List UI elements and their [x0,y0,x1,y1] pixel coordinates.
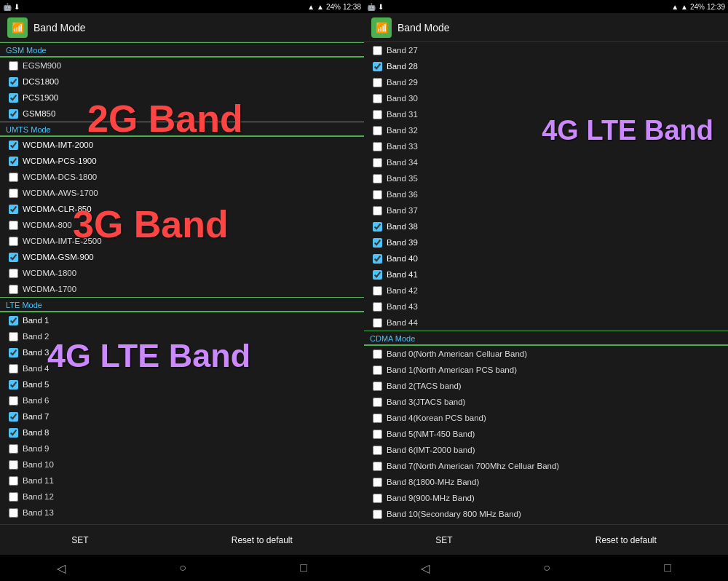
checkbox-r-band44[interactable] [373,318,382,328]
checkbox-wcdma-clr850[interactable] [9,205,18,214]
home-button-left[interactable]: ○ [165,558,201,577]
band-label: Band 43 [387,302,418,311]
checkbox-r-band31[interactable] [373,110,382,119]
checkbox-r-band28[interactable] [373,62,382,71]
band-label: Band 30 [387,94,418,103]
checkbox-wcdma-800[interactable] [9,221,18,230]
checkbox-r-band38[interactable] [373,222,382,232]
set-button-right[interactable]: SET [421,531,467,550]
checkbox-cdma-3[interactable] [373,398,382,407]
band-label: WCDMA-800 [23,221,72,229]
checkbox-wcdma-gsm900[interactable] [9,253,18,262]
list-item: Band 3 [0,344,364,360]
checkbox-wcdma-dcs1800[interactable] [9,173,18,182]
checkbox-cdma-8[interactable] [373,478,382,487]
list-item: Band 5(NMT-450 Band) [364,426,728,442]
checkbox-r-band36[interactable] [373,190,382,199]
checkbox-cdma-7[interactable] [373,462,382,471]
checkbox-r-band33[interactable] [373,142,382,151]
checkbox-band14[interactable] [9,524,18,525]
checkbox-gsm850[interactable] [9,109,18,119]
list-item: Band 3(JTACS band) [364,394,728,410]
checkbox-r-band43[interactable] [373,302,382,312]
band-label: DCS1800 [23,77,59,86]
checkbox-r-band39[interactable] [373,238,382,248]
checkbox-pcs1900[interactable] [9,93,18,103]
checkbox-band4[interactable] [9,364,18,374]
list-item: Band 41 [364,266,728,282]
checkbox-cdma-2[interactable] [373,382,382,391]
list-item: Band 42 [364,282,728,299]
checkbox-r-band37[interactable] [373,206,382,216]
band-label: Band 35 [387,174,418,183]
list-item: WCDMA-IMT-2000 [0,137,364,153]
band-label: WCDMA-IMT-E-2500 [23,237,102,245]
band-label: Band 29 [387,78,418,87]
checkbox-band13[interactable] [9,508,18,518]
nav-bar-right: ◁ ○ □ [364,555,728,581]
checkbox-band7[interactable] [9,412,18,422]
checkbox-cdma-5[interactable] [373,430,382,439]
recents-button-left[interactable]: □ [285,558,322,577]
band-label: Band 6 [23,396,49,405]
checkbox-cdma-9[interactable] [373,494,382,503]
checkbox-wcdma-aws1700[interactable] [9,189,18,198]
band-label: Band 7 [23,412,49,421]
list-item: Band 30 [364,90,728,106]
checkbox-r-band42[interactable] [373,286,382,296]
checkbox-band9[interactable] [9,444,18,454]
checkbox-r-band35[interactable] [373,174,382,183]
checkbox-cdma-10[interactable] [373,510,382,519]
checkbox-band11[interactable] [9,476,18,486]
status-bar-left: 🤖 ⬇ ▲ ▲ 24% 12:38 [0,0,364,13]
set-button-left[interactable]: SET [57,531,103,550]
band-label: Band 10(Secondary 800 MHz Band) [387,510,521,518]
checkbox-r-band27[interactable] [373,46,382,55]
band-label: Band 5 [23,380,49,389]
back-button-left[interactable]: ◁ [42,558,80,578]
reset-button-right[interactable]: Reset to default [581,531,671,550]
band-label: PCS1900 [23,93,58,102]
checkbox-wcdma-imt2000[interactable] [9,141,18,150]
checkbox-r-band32[interactable] [373,126,382,135]
recents-button-right[interactable]: □ [649,558,686,577]
list-item: Band 28 [364,58,728,74]
back-button-right[interactable]: ◁ [406,558,444,578]
checkbox-r-band41[interactable] [373,270,382,280]
checkbox-band10[interactable] [9,460,18,470]
checkbox-band8[interactable] [9,428,18,438]
checkbox-wcdma-1700[interactable] [9,285,18,294]
checkbox-band2[interactable] [9,332,18,341]
checkbox-egsm900[interactable] [9,61,18,71]
checkbox-band12[interactable] [9,492,18,502]
section-lte: LTE Mode [0,297,364,311]
scroll-right[interactable]: Band 27 Band 28 Band 29 Band 30 Band 31 [364,42,728,524]
band-label: Band 4 [23,364,49,373]
android-icon-r: 🤖 [367,3,376,11]
checkbox-r-band34[interactable] [373,158,382,167]
checkbox-band5[interactable] [9,380,18,390]
checkbox-cdma-0[interactable] [373,349,382,359]
checkbox-wcdma-pcs1900[interactable] [9,157,18,166]
checkbox-cdma-6[interactable] [373,446,382,455]
reset-button-left[interactable]: Reset to default [217,531,307,550]
band-label: Band 39 [387,238,418,247]
band-label: Band 36 [387,190,418,199]
scroll-left[interactable]: GSM Mode EGSM900 DCS1800 PCS1900 GSM850 [0,42,364,524]
checkbox-r-band40[interactable] [373,254,382,264]
checkbox-dcs1800[interactable] [9,77,18,87]
status-right: ▲ ▲ 24% 12:38 [307,3,361,11]
checkbox-wcdma-1800[interactable] [9,269,18,278]
list-item: Band 13 [0,505,364,521]
checkbox-r-band29[interactable] [373,78,382,87]
checkbox-wcdma-imte2500[interactable] [9,237,18,246]
checkbox-band1[interactable] [9,316,18,325]
checkbox-band6[interactable] [9,396,18,406]
checkbox-band3[interactable] [9,348,18,357]
checkbox-r-band30[interactable] [373,94,382,103]
checkbox-cdma-1[interactable] [373,365,382,375]
home-button-right[interactable]: ○ [529,558,565,577]
band-label: WCDMA-1800 [23,269,76,277]
checkbox-cdma-4[interactable] [373,414,382,423]
band-label: Band 2(TACS band) [387,382,462,390]
